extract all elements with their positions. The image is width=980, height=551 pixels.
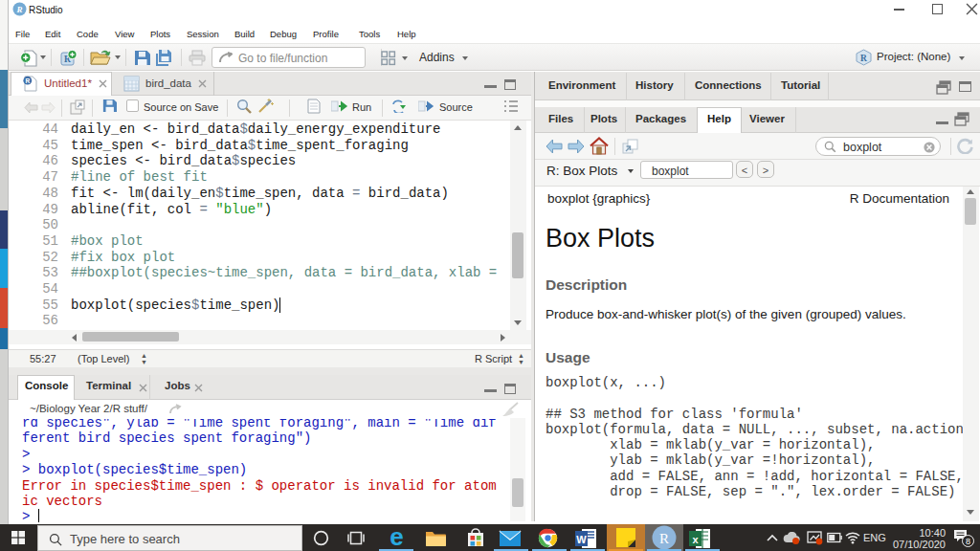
- svg-text:e: e: [390, 526, 403, 550]
- svg-text:R: R: [860, 54, 867, 63]
- svg-text:R: R: [659, 531, 669, 546]
- svg-text:x: x: [692, 534, 699, 545]
- svg-text:R: R: [15, 5, 22, 14]
- svg-text:W: W: [576, 534, 587, 545]
- svg-text:R: R: [25, 77, 30, 84]
